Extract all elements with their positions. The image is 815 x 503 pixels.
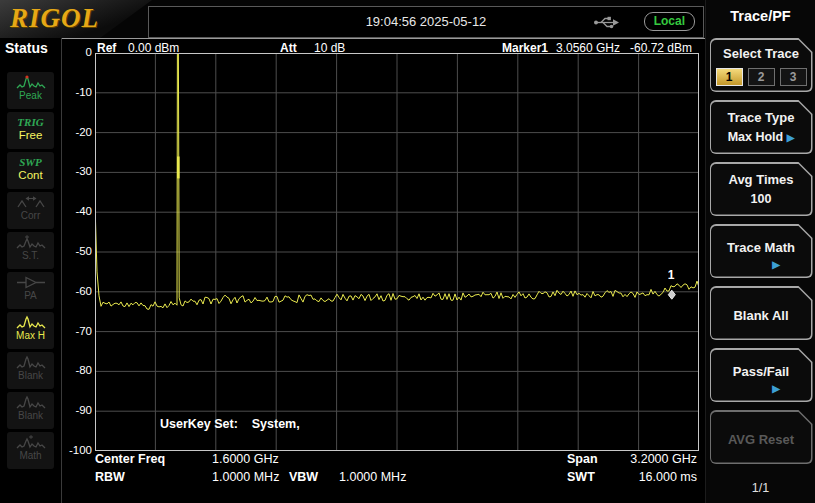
status-item-label: PA [7, 290, 54, 301]
marker-number-label: 1 [668, 268, 675, 282]
st-waveform-icon [16, 235, 46, 250]
submenu-arrow-icon: ▶ [772, 259, 780, 270]
status-item-trigger: TRIGFree [7, 112, 54, 149]
preamp-icon [16, 275, 46, 290]
status-item-correction: Corr [7, 192, 54, 229]
y-axis-tick-label: -50 [62, 245, 92, 257]
math-waveform-icon [16, 435, 46, 450]
time-panel: 19:04:56 2025-05-12 Local [148, 6, 704, 38]
vbw-label: VBW [289, 470, 318, 484]
y-axis-tick-label: -40 [62, 205, 92, 217]
center-freq-value: 1.6000 GHz [212, 452, 279, 466]
y-axis-tick-label: -100 [62, 444, 92, 456]
peak-waveform-icon [16, 75, 46, 90]
trace-chip-3[interactable]: 3 [780, 68, 807, 86]
status-item-label: Peak [7, 90, 54, 101]
spectrum-display: Ref 0.00 dBm Att 10 dB Marker1 3.0560 GH… [62, 38, 705, 503]
y-axis-tick-label: -60 [62, 285, 92, 297]
y-axis-tick-label: -30 [62, 165, 92, 177]
softkey-menu-panel: Trace/PF Select Trace123Trace TypeMax Ho… [705, 0, 815, 503]
y-axis-tick-label: -80 [62, 364, 92, 376]
softkey-face: AVG Reset [711, 412, 811, 463]
softkey-trace-math[interactable]: Trace Math▶ [710, 224, 813, 278]
y-axis-tick-label: -10 [62, 86, 92, 98]
status-item-label: Corr [7, 210, 54, 221]
status-icon-text: SWP [7, 156, 54, 168]
y-axis-tick-label: -90 [62, 404, 92, 416]
status-item-preamp: PA [7, 272, 54, 309]
softkey-face: Trace TypeMax Hold ▶ [711, 102, 811, 153]
rigol-logo: RIGOL [10, 3, 99, 34]
rbw-label: RBW [95, 470, 125, 484]
center-freq-label: Center Freq [95, 452, 165, 466]
softkey-select-trace[interactable]: Select Trace123 [710, 38, 813, 92]
menu-buttons: Select Trace123Trace TypeMax Hold ▶Avg T… [706, 38, 815, 464]
trace-chip-1[interactable]: 1 [716, 68, 743, 86]
status-item-sweep: SWPCont [7, 152, 54, 189]
vbw-value: 1.0000 MHz [339, 470, 406, 484]
rbw-value: 1.0000 MHz [212, 470, 279, 484]
graticule-trace-plot [95, 53, 699, 451]
softkey-face: Pass/Fail▶ [711, 350, 811, 401]
submenu-arrow-icon: ▶ [772, 383, 780, 394]
softkey-avg-times[interactable]: Avg Times100 [710, 162, 813, 216]
softkey-face: Blank All [711, 288, 811, 339]
softkey-face: Select Trace123 [711, 40, 811, 91]
y-axis-tick-label: -20 [62, 126, 92, 138]
swt-label: SWT [567, 470, 595, 484]
status-item-trace2-blank: Blank [7, 352, 54, 389]
spectrum-analyzer-screen: RIGOL 19:04:56 2025-05-12 Local Status P… [0, 0, 815, 503]
userkey-message: UserKey Set: System, [160, 417, 300, 431]
waveform-icon [16, 395, 46, 410]
status-item-label: Free [7, 129, 54, 141]
status-item-max-hold: Max H [7, 312, 54, 349]
corr-icon [16, 195, 46, 210]
menu-page-indicator: 1/1 [706, 481, 815, 495]
status-sidebar: Status PeakTRIGFreeSWPContCorrS.T.PAMax … [0, 38, 62, 503]
status-item-trace3-blank: Blank [7, 392, 54, 429]
span-label: Span [567, 452, 598, 466]
submenu-arrow-icon: ▶ [787, 132, 795, 143]
waveform-icon [16, 355, 46, 370]
top-bar: RIGOL 19:04:56 2025-05-12 Local [0, 0, 705, 38]
status-title: Status [5, 40, 48, 56]
span-value: 3.2000 GHz [630, 452, 697, 466]
trace-selector: 123 [711, 68, 811, 86]
status-item-label: Max H [7, 330, 54, 341]
softkey-face: Trace Math▶ [711, 226, 811, 277]
softkey-face: Avg Times100 [711, 164, 811, 215]
status-item-sweep-time: S.T. [7, 232, 54, 269]
y-axis-tick-label: -70 [62, 325, 92, 337]
softkey-blank-all[interactable]: Blank All [710, 286, 813, 340]
maxhold-waveform-icon [16, 315, 46, 330]
status-item-label: Blank [7, 370, 54, 381]
trace-chip-2[interactable]: 2 [748, 68, 775, 86]
status-item-peak: Peak [7, 72, 54, 109]
status-item-label: Math [7, 450, 54, 461]
softkey-trace-type[interactable]: Trace TypeMax Hold ▶ [710, 100, 813, 154]
status-item-label: Blank [7, 410, 54, 421]
y-axis-tick-label: 0 [62, 46, 92, 58]
softkey-pass-fail[interactable]: Pass/Fail▶ [710, 348, 813, 402]
menu-title: Trace/PF [706, 8, 815, 24]
status-item-label: Cont [7, 169, 54, 181]
status-item-label: S.T. [7, 250, 54, 261]
usb-icon [593, 15, 621, 30]
softkey-avg-reset: AVG Reset [710, 410, 813, 464]
local-mode-badge: Local [644, 12, 695, 31]
status-icon-text: TRIG [7, 116, 54, 128]
swt-value: 16.000 ms [639, 470, 697, 484]
status-item-trace-math: Math [7, 432, 54, 469]
logo-plate: RIGOL [0, 0, 152, 38]
